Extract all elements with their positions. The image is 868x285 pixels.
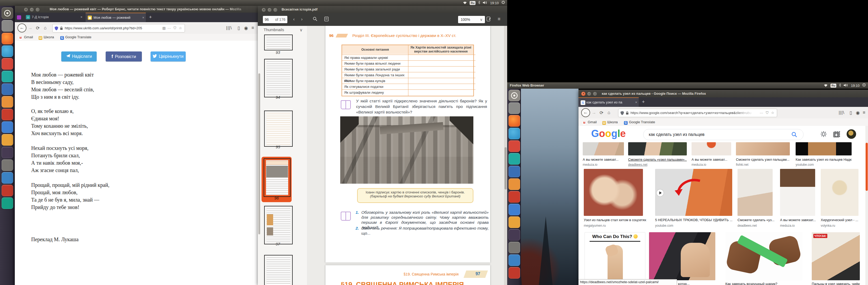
page-scrollbar-track[interactable] <box>865 126 868 285</box>
launcher-icon-pdf-reader[interactable] <box>2 109 13 120</box>
search-query-input[interactable]: как сделать узел из пальцев <box>649 129 705 140</box>
zoom-level-select[interactable]: 100%∨ <box>458 15 485 24</box>
lock-icon[interactable] <box>626 111 629 116</box>
result-title[interactable]: А вы можете завязат... <box>780 218 817 222</box>
library-icon[interactable]: |||\ <box>839 110 844 115</box>
facebook-share-button[interactable]: fРозповісти <box>106 51 142 62</box>
pocket-icon[interactable]: ⛉ <box>174 24 176 32</box>
volume-icon[interactable] <box>844 83 848 88</box>
launcher-icon-pdf-reader[interactable] <box>508 191 520 203</box>
video-play-icon[interactable] <box>657 189 663 196</box>
close-button[interactable]: × <box>581 92 586 96</box>
result-image-meme[interactable]: Who Can Do This? <box>585 232 645 281</box>
result-title-partial[interactable]: Как завязать воздушный шарик? <box>725 282 803 285</box>
thumbnail-page-94[interactable] <box>264 59 293 97</box>
clock[interactable]: 19:10 <box>851 84 860 87</box>
launcher-icon-draw[interactable] <box>2 147 13 158</box>
pdf-window-titlebar[interactable]: × − □ Всесвітня історія.pdf <box>258 6 507 13</box>
result-title[interactable]: Узел из пальцев стал хитом в соцсетях <box>584 218 650 222</box>
launcher-icon-dash-home[interactable] <box>508 90 520 101</box>
result-title[interactable]: Хирургический узел - ... <box>821 218 859 222</box>
result-image[interactable] <box>821 169 859 216</box>
launcher-icon-mail[interactable] <box>2 58 13 70</box>
launcher-icon-impress[interactable] <box>2 96 13 108</box>
sidebar-toggle-icon[interactable]: ▯ <box>849 110 852 116</box>
result-title-partial[interactable]: Пальцы в узел завязать, чифи... <box>812 282 860 285</box>
minimize-button[interactable]: − <box>267 8 272 12</box>
session-gear-icon[interactable] <box>501 1 505 5</box>
account-icon[interactable]: ◉ <box>244 25 248 31</box>
page-actions-icon[interactable]: ··· <box>760 109 763 117</box>
settings-gear-icon[interactable] <box>820 131 827 139</box>
tab-poem-active[interactable]: ▣ Моя любов — рожевий × <box>86 13 146 23</box>
account-avatar[interactable] <box>847 129 856 139</box>
tab-close-icon[interactable]: × <box>635 98 637 107</box>
new-tab-button[interactable]: + <box>149 13 152 22</box>
tab-history-class[interactable]: ☺ 7-Д Історія × <box>24 13 84 22</box>
indicator-area[interactable]: Ru 19:10 <box>824 82 866 89</box>
library-icon[interactable]: |||\ <box>226 25 232 31</box>
bluetooth-icon[interactable] <box>839 83 841 88</box>
url-bar[interactable]: https://www.google.com/search?q=как+сдел… <box>618 109 777 117</box>
launcher-icon-software[interactable] <box>2 172 13 184</box>
keyboard-layout-indicator[interactable]: Ru <box>831 84 837 87</box>
result-image[interactable] <box>583 142 624 155</box>
reader-mode-icon[interactable]: ▤ <box>162 24 166 32</box>
launcher-icon-calc[interactable] <box>2 121 13 133</box>
pinned-container-icon[interactable] <box>17 15 21 20</box>
result-title[interactable]: Сможете сделать узел пальцам... <box>736 157 790 162</box>
launcher-icon-firefox[interactable] <box>2 33 13 44</box>
reload-button[interactable]: ⟳ <box>36 25 40 31</box>
maximize-button[interactable]: □ <box>35 7 40 12</box>
launcher-icon-telegram[interactable] <box>2 45 13 57</box>
session-gear-icon[interactable] <box>862 83 866 88</box>
twitter-share-button[interactable]: Цвірінькнути <box>151 51 186 62</box>
thumbnail-page-95[interactable] <box>264 111 293 147</box>
maximize-button[interactable]: □ <box>273 8 278 12</box>
result-image[interactable] <box>796 142 851 155</box>
pocket-icon[interactable]: ⛉ <box>766 109 768 117</box>
result-image[interactable] <box>780 169 815 216</box>
chevron-down-icon[interactable]: ∨ <box>300 28 303 32</box>
tab-google-search-active[interactable]: G как сделать узел из па × <box>579 97 639 107</box>
sidebar-view-select[interactable]: Thumbnails <box>264 28 284 32</box>
launcher-icon-writer[interactable] <box>2 83 13 95</box>
launcher-icon-dash-home[interactable] <box>2 7 13 19</box>
poem-window-titlebar[interactable]: × − □ Моя любов — рожевий квіт — Роберт … <box>15 6 258 13</box>
result-image[interactable] <box>691 142 731 155</box>
sidebar-toggle-icon[interactable] <box>324 16 329 23</box>
account-icon[interactable]: ◉ <box>856 110 860 116</box>
result-image[interactable] <box>738 169 773 216</box>
bookmark-google-translate[interactable]: GGoogle Translate <box>624 118 655 126</box>
thumbnail-page-97[interactable] <box>264 206 293 244</box>
result-image[interactable] <box>649 232 715 280</box>
launcher-icon-settings[interactable] <box>2 198 13 209</box>
bookmark-google-translate[interactable]: GGoogle Translate <box>60 34 91 41</box>
launcher-icon-draw[interactable] <box>508 229 520 241</box>
result-image[interactable] <box>725 232 803 280</box>
menu-hamburger-icon[interactable]: ≡ <box>251 25 254 31</box>
sidebar-toggle-icon[interactable]: ▯ <box>238 25 240 31</box>
sidebar-scrollbar[interactable] <box>258 73 260 234</box>
bookmark-gmail[interactable]: MGmail <box>582 118 597 126</box>
launcher-icon-calc[interactable] <box>508 204 520 215</box>
launcher-icon-amazon[interactable] <box>2 134 13 146</box>
bookmark-gmail[interactable]: MGmail <box>19 34 33 41</box>
result-title[interactable]: Сможете сделать «узел пальцами»... <box>628 157 687 162</box>
bookmark-school[interactable]: ШШкола <box>38 34 54 41</box>
maximize-button[interactable]: □ <box>593 92 597 96</box>
result-image[interactable] <box>655 169 732 216</box>
keyboard-layout-indicator[interactable]: Ru <box>470 1 476 5</box>
launcher-icon-firefox[interactable] <box>508 115 520 127</box>
result-image[interactable] <box>628 142 687 155</box>
thumbnail-selected-highlight[interactable]: 96 <box>261 157 291 202</box>
pdf-main-view[interactable]: 96 Розділ III. Європейське суспільство і… <box>307 26 507 285</box>
launcher-icon-files[interactable] <box>2 20 13 32</box>
telegram-share-button[interactable]: Надіслати <box>61 51 97 62</box>
launcher-icon-music[interactable] <box>2 185 13 196</box>
result-image[interactable]: ЧТО!ЗА! <box>812 232 860 280</box>
url-bar[interactable]: https://www.ukrlib.com.ua/world/printit.… <box>52 24 185 32</box>
menu-hamburger-icon[interactable]: ≡ <box>863 110 865 115</box>
page-scrollbar-thumb[interactable] <box>866 143 868 191</box>
lock-icon[interactable] <box>60 26 63 31</box>
